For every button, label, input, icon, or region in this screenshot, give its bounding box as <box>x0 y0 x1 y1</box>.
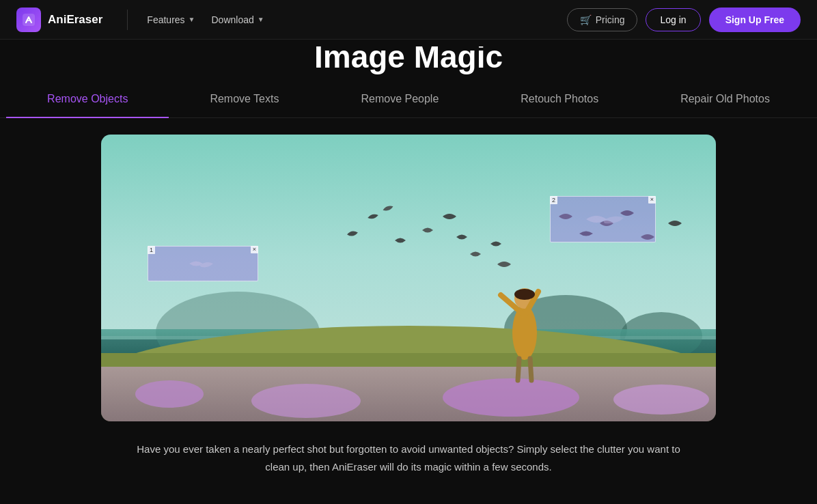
main-content: Image Magic Remove Objects Remove Texts … <box>0 40 817 496</box>
nav-features[interactable]: Features ▼ <box>139 9 203 31</box>
demo-image-wrapper: 1 × 2 × <box>0 135 817 421</box>
selection-box-1[interactable]: 1 × <box>148 246 258 281</box>
svg-point-12 <box>443 378 579 417</box>
tab-retouch-photos[interactable]: Retouch Photos <box>480 86 639 117</box>
demo-image-container: 1 × 2 × <box>101 135 716 421</box>
svg-line-18 <box>518 359 519 380</box>
svg-point-10 <box>135 380 204 408</box>
header-actions: 🛒 Pricing Log in Sign Up Free <box>567 8 801 32</box>
svg-point-11 <box>251 384 361 418</box>
tabs-bar: Remove Objects Remove Texts Remove Peopl… <box>0 75 817 118</box>
tab-remove-texts[interactable]: Remove Texts <box>169 86 320 117</box>
description-area: Have you ever taken a nearly perfect sho… <box>0 440 817 475</box>
selection-box-2[interactable]: 2 × <box>550 196 656 242</box>
svg-point-20 <box>514 289 535 300</box>
tab-remove-objects[interactable]: Remove Objects <box>6 86 169 117</box>
logo-icon <box>16 8 41 32</box>
download-chevron-icon: ▼ <box>258 16 264 23</box>
svg-rect-0 <box>23 14 35 26</box>
pricing-button[interactable]: 🛒 Pricing <box>567 8 638 31</box>
login-button[interactable]: Log in <box>646 8 700 31</box>
tab-remove-people[interactable]: Remove People <box>320 86 480 117</box>
svg-line-19 <box>530 359 531 380</box>
svg-point-13 <box>613 384 709 415</box>
logo-area[interactable]: AniEraser <box>16 8 102 32</box>
page-title-area: Image Magic <box>0 46 817 75</box>
signup-button[interactable]: Sign Up Free <box>709 8 801 32</box>
page-title: Image Magic <box>314 46 503 75</box>
header-divider <box>127 10 128 30</box>
box2-content <box>551 197 655 242</box>
features-chevron-icon: ▼ <box>189 16 195 23</box>
cart-icon: 🛒 <box>580 14 592 25</box>
tab-repair-old-photos[interactable]: Repair Old Photos <box>639 86 811 117</box>
logo-text: AniEraser <box>48 13 102 27</box>
description-text: Have you ever taken a nearly perfect sho… <box>137 440 680 475</box>
nav-download[interactable]: Download ▼ <box>203 9 272 31</box>
box1-content <box>148 247 258 281</box>
header: AniEraser Features ▼ Download ▼ 🛒 Pricin… <box>0 0 817 40</box>
